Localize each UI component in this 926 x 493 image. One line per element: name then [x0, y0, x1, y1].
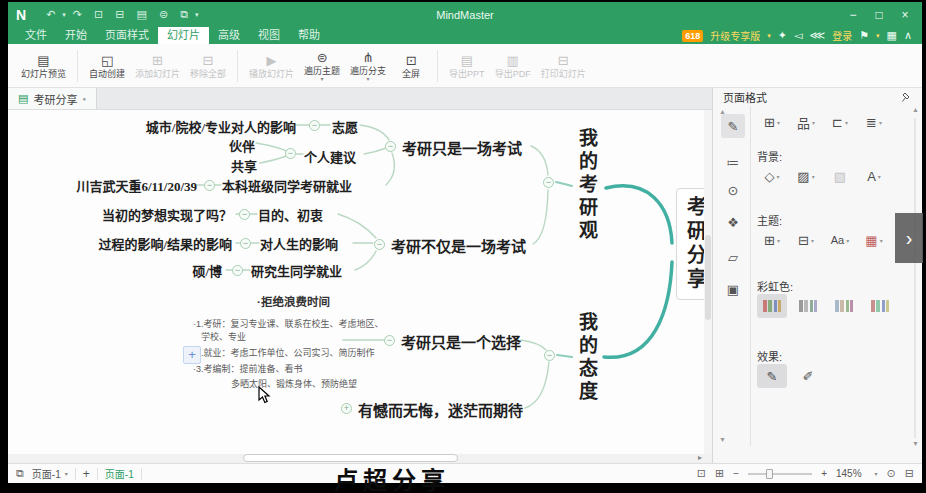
mindmap-note[interactable]: ·拒绝浪费时间 ·1.考研：复习专业课、联系在校生、考虑地区、 学校、专业 ·2… — [191, 293, 396, 309]
slide-preview-icon[interactable]: ⊙ — [721, 178, 745, 202]
rainbow-option-3[interactable] — [829, 294, 859, 318]
rainbow-option-1[interactable] — [757, 294, 787, 318]
save-icon[interactable]: ▤ — [137, 8, 147, 21]
undo-icon[interactable]: ↶ — [46, 8, 55, 21]
insert-topic-button[interactable]: + — [183, 346, 201, 364]
undo-caret-icon[interactable]: ▾ — [62, 11, 66, 19]
mindmap-node[interactable]: 对人生的影响 — [260, 234, 338, 253]
panel-scrollbar[interactable]: ▲ ▼ — [910, 106, 920, 450]
document-tab[interactable]: ▤ 考研分享 ● — [8, 88, 97, 109]
collapse-toggle[interactable]: − — [285, 148, 296, 159]
mindmap-node[interactable]: 川吉武天重6/11/20/39 — [76, 176, 197, 195]
scroll-right-arrow-icon[interactable]: ▸ — [698, 453, 702, 462]
collapse-toggle[interactable]: − — [384, 335, 395, 346]
collapse-toggle[interactable]: − — [232, 265, 243, 276]
theme-layout-button[interactable]: ⊞ ▾ — [757, 228, 787, 252]
next-panel-chevron[interactable]: › — [895, 213, 923, 263]
close-button[interactable]: × — [892, 8, 918, 22]
menu-home[interactable]: 开始 — [56, 27, 96, 44]
expand-toggle[interactable]: + — [341, 403, 352, 414]
bg-image-button[interactable]: ▨ ▾ — [791, 164, 821, 188]
fit-page-icon[interactable]: ⊟ — [905, 467, 914, 480]
panel-scroll-down-icon[interactable]: ▼ — [912, 440, 919, 447]
mindmap-node[interactable]: 本科班级同学考研就业 — [222, 176, 352, 195]
effect-pen-button[interactable]: ✐ — [793, 364, 823, 388]
gift-icon[interactable]: ✦ — [778, 29, 787, 42]
share-icon[interactable]: ⋘ — [809, 29, 825, 42]
fullscreen-button[interactable]: ⊡ 全屏 — [391, 52, 431, 80]
connector-style-button[interactable]: ⊏ ▾ — [825, 110, 855, 134]
add-page-button[interactable]: + — [83, 467, 90, 481]
theme-font-button[interactable]: Aa ▾ — [825, 228, 855, 252]
zoom-slider-thumb[interactable] — [766, 469, 773, 479]
toolbar-caret-icon[interactable]: ▾ — [195, 11, 199, 19]
layout-style-button[interactable]: ⊞ ▾ — [757, 110, 787, 134]
collapse-toggle[interactable]: − — [239, 209, 250, 220]
zoom-in-button[interactable]: + — [821, 468, 827, 479]
slideshow-preview-button[interactable]: ▤ 幻灯片预览 — [16, 52, 71, 80]
store-caret-icon[interactable]: ▾ — [876, 32, 880, 40]
pages-icon[interactable]: ⧉ — [16, 467, 24, 480]
mindmap-node[interactable]: 共享 — [231, 156, 257, 175]
collapse-toggle[interactable]: − — [385, 141, 396, 152]
megaphone-icon[interactable]: ◅ — [794, 29, 802, 42]
mindmap-topic[interactable]: 考研只是一个选择 — [401, 331, 521, 352]
mindmap-node[interactable]: 目的、初衷 — [258, 205, 323, 224]
scrollbar-thumb[interactable] — [705, 235, 711, 320]
task-info-icon[interactable]: ▱ — [721, 245, 745, 269]
mindmap-node[interactable]: 当初的梦想实现了吗？ — [102, 205, 232, 224]
menu-advanced[interactable]: 高级 — [209, 27, 249, 44]
theme-style-button[interactable]: ⊟ ▾ — [791, 228, 821, 252]
mindmap-node[interactable]: 硕/博 — [192, 261, 222, 280]
menu-help[interactable]: 帮助 — [289, 27, 329, 44]
fit-selection-icon[interactable]: ⊙ — [887, 467, 896, 480]
zoom-out-button[interactable]: − — [733, 468, 739, 479]
minimize-button[interactable]: − — [840, 8, 866, 22]
menu-file[interactable]: 文件 — [16, 27, 56, 44]
mindmap-node[interactable]: 研究生同学就业 — [251, 261, 342, 280]
menu-slideshow[interactable]: 幻灯片 — [158, 27, 209, 44]
collapse-toggle[interactable]: − — [543, 177, 554, 188]
traverse-branches-button[interactable]: ⋔ 遍历分支 ▾ — [345, 49, 391, 83]
maximize-button[interactable]: □ — [866, 8, 892, 22]
structure-button[interactable]: 品 ▾ — [791, 110, 821, 134]
print-icon[interactable]: ⊜ — [159, 8, 168, 21]
upgrade-link[interactable]: 升级专享版 — [710, 28, 760, 43]
canvas-vertical-scrollbar[interactable] — [704, 110, 712, 463]
pin-icon[interactable] — [901, 92, 912, 103]
effect-hand-drawn-button[interactable]: ✎ — [757, 364, 787, 388]
collapse-ribbon-icon[interactable]: ∧ — [904, 29, 912, 42]
collapse-toggle[interactable]: − — [544, 350, 555, 361]
panel-scroll-up-icon[interactable]: ▲ — [912, 106, 919, 113]
qr-grid-icon[interactable]: ▦ — [887, 29, 897, 42]
auto-create-button[interactable]: ◱ 自动创建 — [84, 52, 130, 80]
traverse-topics-button[interactable]: ⊜ 遍历主题 ▾ — [299, 49, 345, 83]
fill-color-button[interactable]: ◇ ▾ — [757, 164, 787, 188]
add-box-icon[interactable]: ⊞ — [715, 467, 724, 480]
mindmap-canvas[interactable]: 城市/院校/专业对人的影响 − 志愿 伙伴 共享 − 个人建议 川吉武天重6/1… — [8, 110, 712, 463]
zoom-slider[interactable] — [748, 473, 812, 475]
menu-view[interactable]: 视图 — [249, 27, 289, 44]
rainbow-option-2[interactable] — [793, 294, 823, 318]
page-layout-icon[interactable]: ⊡ — [697, 467, 706, 480]
mindmap-node[interactable]: 城市/院校/专业对人的影响 — [146, 117, 296, 136]
collapse-toggle[interactable]: − — [240, 238, 251, 249]
store-icon[interactable]: ⚑ — [859, 29, 869, 42]
zoom-level[interactable]: 145% — [836, 468, 862, 479]
login-button[interactable]: 登录 — [832, 28, 852, 43]
mindmap-branch[interactable]: 我的考研观 — [573, 128, 600, 243]
mindmap-node[interactable]: 志愿 — [332, 117, 358, 136]
mindmap-topic[interactable]: 考研只是一场考试 — [402, 137, 522, 158]
zoom-caret-icon[interactable]: ▾ — [875, 470, 878, 477]
collapse-toggle[interactable]: − — [204, 180, 215, 191]
collapse-toggle[interactable]: − — [374, 239, 385, 250]
mindmap-node[interactable]: 伙伴 — [229, 136, 255, 155]
tab-close-icon[interactable]: ● — [82, 96, 86, 102]
strip-scroll-down-icon[interactable]: ▼ — [719, 436, 726, 443]
menu-page-style[interactable]: 页面样式 — [96, 27, 158, 44]
open-icon[interactable]: ⊟ — [115, 8, 124, 21]
numbering-button[interactable]: ≣ ▾ — [859, 110, 889, 134]
clipart-icon[interactable]: ❖ — [721, 210, 745, 234]
new-slide-icon[interactable]: ⊡ — [94, 8, 103, 21]
collapse-toggle[interactable]: − — [309, 120, 320, 131]
